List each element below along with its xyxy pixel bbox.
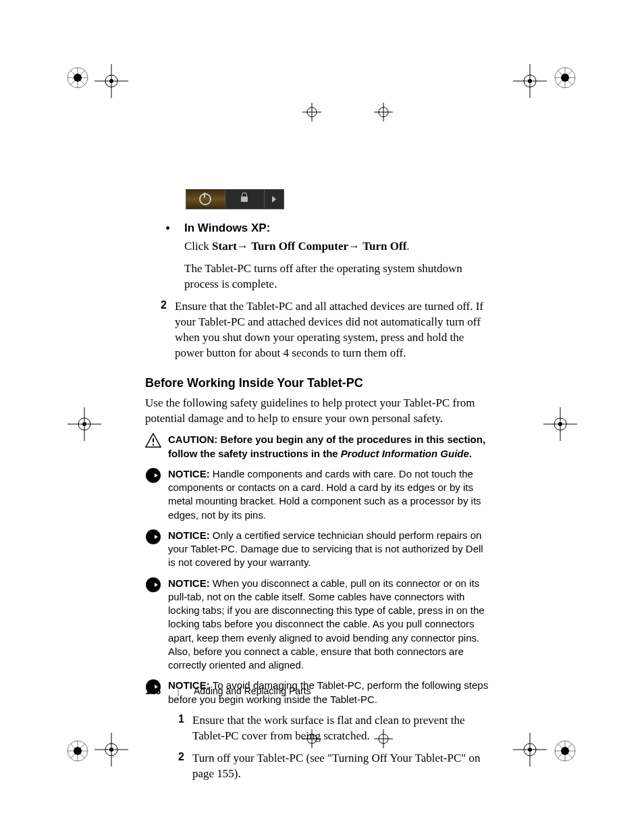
crop-mark-top-center: [302, 103, 321, 124]
svg-point-53: [528, 748, 532, 752]
notice-icon: [145, 577, 168, 673]
registration-mark-bottom-right: [554, 739, 576, 765]
shutdown-bar-image: [186, 189, 284, 209]
svg-point-59: [561, 747, 569, 755]
click-turnoff: Turn Off: [363, 240, 406, 253]
caution-icon: [145, 433, 168, 461]
crop-mark-bottom-right: [513, 733, 547, 769]
svg-point-64: [146, 529, 161, 544]
crop-mark-top-left: [95, 64, 128, 101]
notice-2-text: NOTICE: Only a certified service technic…: [168, 529, 489, 570]
substep-1: 1 Ensure that the work surface is flat a…: [168, 713, 489, 744]
page-footer: 156 | Adding and Replacing Parts: [145, 685, 311, 696]
notice-label: NOTICE:: [168, 577, 213, 589]
caution-callout: CAUTION: Before you begin any of the pro…: [145, 433, 489, 461]
notice-1: NOTICE: Handle components and cards with…: [145, 467, 489, 522]
crop-mark-mid-left: [68, 407, 101, 444]
svg-point-33: [558, 422, 562, 426]
caution-text: CAUTION: Before you begin any of the pro…: [168, 433, 489, 461]
svg-point-9: [109, 79, 113, 83]
notice-1-text: NOTICE: Handle components and cards with…: [168, 467, 489, 522]
footer-divider: |: [177, 685, 180, 696]
click-turnoffcomp: Turn Off Computer: [251, 240, 348, 253]
arrow-button-icon: [265, 190, 284, 209]
bullet-icon: •: [165, 221, 184, 235]
substep-number: 2: [168, 751, 192, 782]
crop-mark-mid-right: [543, 407, 577, 444]
svg-point-29: [82, 422, 86, 426]
crop-mark-top-right: [513, 64, 547, 101]
step-number: 2: [145, 299, 175, 361]
step-2: 2 Ensure that the Tablet-PC and all atta…: [145, 299, 489, 361]
svg-point-13: [528, 79, 532, 83]
notice-label: NOTICE:: [168, 529, 213, 541]
power-button-icon: [186, 190, 225, 209]
svg-point-19: [561, 74, 569, 82]
svg-point-5: [74, 74, 82, 82]
svg-point-65: [146, 577, 161, 592]
substep-text: Ensure that the work surface is flat and…: [192, 713, 489, 744]
page-number: 156: [145, 685, 161, 696]
notice-icon: [145, 529, 168, 570]
registration-mark-bottom-left: [66, 739, 89, 765]
section-heading: Before Working Inside Your Tablet-PC: [145, 376, 489, 390]
caution-ital: Product Information Guide: [341, 448, 469, 459]
substep-number: 1: [168, 713, 192, 744]
click-start: Start: [212, 240, 237, 253]
after-click-text: The Tablet-PC turns off after the operat…: [184, 261, 489, 292]
notice-body: Only a certified service technician shou…: [168, 529, 483, 569]
caution-label: CAUTION:: [168, 434, 221, 445]
caution-body2: .: [469, 448, 472, 459]
registration-mark-top-right: [554, 66, 576, 92]
chapter-title: Adding and Replacing Parts: [194, 685, 311, 696]
arrow1: →: [237, 240, 251, 253]
notice-icon: [145, 467, 168, 522]
notice-3: NOTICE: When you disconnect a cable, pul…: [145, 577, 489, 673]
notice-2: NOTICE: Only a certified service technic…: [145, 529, 489, 570]
svg-point-63: [146, 468, 161, 483]
click-post: .: [406, 240, 409, 253]
svg-point-62: [153, 444, 154, 446]
lock-button-icon: [225, 190, 265, 209]
bullet-text: In Windows XP:: [184, 221, 270, 235]
notice-3-text: NOTICE: When you disconnect a cable, pul…: [168, 577, 489, 673]
notice-body: Handle components and cards with care. D…: [168, 468, 481, 521]
step-text: Ensure that the Tablet-PC and all attach…: [175, 299, 489, 361]
click-pre: Click: [184, 240, 212, 253]
bullet-xp: • In Windows XP:: [165, 221, 489, 235]
svg-point-43: [109, 748, 113, 752]
notice-label: NOTICE:: [168, 468, 213, 479]
notice-body: When you disconnect a cable, pull on its…: [168, 577, 485, 671]
substep-text: Turn off your Tablet-PC (see "Turning Of…: [192, 751, 489, 782]
substep-2: 2 Turn off your Tablet-PC (see "Turning …: [168, 751, 489, 782]
click-line: Click Start→ Turn Off Computer→ Turn Off…: [184, 239, 489, 255]
crop-mark-top-center-2: [374, 103, 393, 124]
svg-point-39: [74, 747, 82, 755]
registration-mark-top-left: [66, 66, 89, 92]
arrow2: →: [348, 240, 363, 253]
crop-mark-bottom-left: [95, 733, 128, 769]
intro-para: Use the following safety guidelines to h…: [145, 396, 489, 427]
page-content: • In Windows XP: Click Start→ Turn Off C…: [145, 189, 489, 789]
